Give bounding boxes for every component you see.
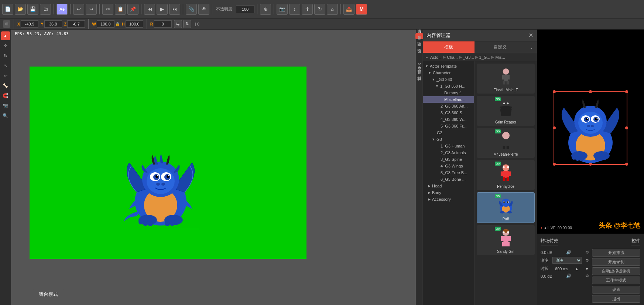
- copy-btn[interactable]: 📋: [115, 4, 126, 15]
- fade-select[interactable]: 渐变: [552, 257, 582, 264]
- tree-item-5g3-freeb[interactable]: 5_G3 Free B...: [423, 169, 474, 176]
- transform-btn[interactable]: ⊕: [260, 4, 271, 15]
- next-frame-btn[interactable]: ⏭: [169, 4, 180, 15]
- tree-item-3g3-spine[interactable]: 3_G3 Spine: [423, 156, 474, 163]
- grid-icon[interactable]: ⊞: [3, 20, 10, 28]
- settings1-icon[interactable]: ⚙: [585, 250, 589, 255]
- tree-item-4g3-360w[interactable]: 4_G3 360 W...: [423, 116, 474, 123]
- cm-expand-btn[interactable]: ⌄: [526, 41, 537, 53]
- char-card-grim-reaper[interactable]: G5 Grim Reaper: [477, 96, 535, 126]
- select-tool-icon[interactable]: ▲: [1, 31, 10, 40]
- tree-item-2g3-360an[interactable]: 2_G3 360 An...: [423, 103, 474, 109]
- tab-sfx[interactable]: SFX: [416, 60, 423, 74]
- rotate-btn[interactable]: ↻: [314, 4, 325, 15]
- auto-cam-btn[interactable]: 自动虚拟摄像机: [592, 267, 640, 275]
- pin-btn[interactable]: 📎: [186, 4, 197, 15]
- tab-props[interactable]: 道具: [415, 74, 423, 80]
- tree-item-2g3-animals[interactable]: 2_G3 Animals: [423, 149, 474, 156]
- opacity-input[interactable]: [236, 5, 254, 13]
- w-input[interactable]: [97, 20, 114, 28]
- stage-canvas[interactable]: [30, 67, 306, 259]
- nav-back[interactable]: ←: [425, 55, 429, 60]
- start-record-btn[interactable]: 开始录制: [592, 258, 640, 266]
- tab-custom[interactable]: 自定义: [475, 41, 526, 53]
- breadcrumb-g3[interactable]: _G3...: [463, 55, 474, 60]
- magnet-icon[interactable]: 🧲: [1, 91, 10, 100]
- h-input[interactable]: [126, 20, 143, 28]
- export-btn[interactable]: 📤: [343, 4, 354, 15]
- redo-btn[interactable]: ↪: [86, 4, 97, 15]
- tab-project[interactable]: 项目: [415, 33, 423, 39]
- paste-btn[interactable]: 📌: [127, 4, 138, 15]
- tree-item-5g3-360fr[interactable]: 5_G3 360 Fr...: [423, 123, 474, 129]
- tree-item-g3-360[interactable]: ▼_G3 360: [423, 76, 474, 83]
- ae-button[interactable]: Ae: [56, 4, 68, 15]
- char-card-elasti-male-f[interactable]: Elasti...Male_F: [477, 64, 535, 94]
- play-btn[interactable]: ▶: [157, 4, 168, 15]
- settings-btn[interactable]: 设置: [592, 286, 640, 294]
- char-card-sandy-girl[interactable]: G5 Sandy Girl: [477, 225, 535, 255]
- exit-btn[interactable]: 退出: [592, 295, 640, 303]
- tree-item-dummy-f[interactable]: Dummy f...: [423, 89, 474, 96]
- breadcrumb-1g[interactable]: 1_G...: [479, 55, 490, 60]
- save-btn[interactable]: 💾: [27, 4, 38, 15]
- tree-item-1g3-360h[interactable]: ▼1_G3 360 H...: [423, 83, 474, 89]
- canvas-area[interactable]: FPS: 55.23, AVG: 43.83: [11, 30, 416, 305]
- camera-view-icon[interactable]: 📷: [1, 101, 10, 110]
- studio-mode-btn[interactable]: 工作室模式: [592, 277, 640, 284]
- tree-item-3g3-360s[interactable]: 3_G3 360 S...: [423, 109, 474, 116]
- start-push-btn[interactable]: 开始推流: [592, 249, 640, 257]
- tab-sniff[interactable]: 吸嗅: [415, 40, 423, 46]
- tab-scene[interactable]: 场景: [415, 53, 423, 59]
- undo-btn[interactable]: ↩: [73, 4, 84, 15]
- tree-item-actor-template[interactable]: ▼Actor Template: [423, 63, 474, 70]
- flip-h-btn[interactable]: ⇆: [174, 20, 182, 28]
- tab-template[interactable]: 模板: [423, 41, 475, 53]
- dragon-character[interactable]: [118, 144, 203, 233]
- bone-tool-icon[interactable]: 🦴: [1, 81, 10, 90]
- x-input[interactable]: [21, 20, 38, 28]
- rotate-tool-icon[interactable]: ↻: [1, 51, 10, 60]
- m-btn[interactable]: M: [356, 4, 367, 15]
- duration-up-icon[interactable]: ▲: [575, 267, 579, 271]
- tree-item-4g3-wings[interactable]: 4_G3 Wings: [423, 163, 474, 169]
- tree-item-6g3-bone[interactable]: 6_G3 Bone ...: [423, 176, 474, 183]
- zoom-icon[interactable]: 🔍: [1, 111, 10, 120]
- char-card-mr-jean-pierre[interactable]: G5 Mr Jean-Pierre: [477, 128, 535, 158]
- tree-item-character[interactable]: ▼Character: [423, 70, 474, 76]
- char-card-puff[interactable]: G5 Puff: [477, 192, 535, 223]
- tab-motion[interactable]: 动态: [415, 47, 423, 52]
- open-btn[interactable]: 📂: [15, 4, 26, 15]
- tab-spring[interactable]: 弹性动作: [415, 81, 423, 87]
- r-input[interactable]: [154, 20, 172, 28]
- duration-down-icon[interactable]: ▼: [585, 267, 589, 271]
- pan-btn[interactable]: ✛: [302, 4, 313, 15]
- tree-item-body[interactable]: ▶Body: [423, 189, 474, 196]
- settings2-icon[interactable]: ⚙: [585, 274, 589, 278]
- eye-btn[interactable]: 👁: [198, 4, 209, 15]
- tree-item-accessory[interactable]: ▶Accessory: [423, 196, 474, 203]
- tree-item-1g3-human[interactable]: 1_G3 Human: [423, 143, 474, 149]
- breadcrumb-cha[interactable]: Cha...: [447, 55, 458, 60]
- flip-v-btn[interactable]: ⇅: [183, 20, 191, 28]
- tree-item-g2[interactable]: G2: [423, 129, 474, 136]
- tree-item-g3[interactable]: ▼G3: [423, 136, 474, 143]
- tree-item-miscellan[interactable]: Miscellan...: [423, 96, 474, 103]
- pen-tool-icon[interactable]: ✏: [1, 71, 10, 80]
- char-card-pennydice[interactable]: G5 Pennydice: [477, 160, 535, 190]
- scale-tool-icon[interactable]: ⤡: [1, 61, 10, 70]
- new-btn[interactable]: 📄: [2, 4, 13, 15]
- gear-icon[interactable]: ⚙: [585, 258, 589, 263]
- cm-close-button[interactable]: ✕: [528, 32, 533, 39]
- move-tool-icon[interactable]: ✛: [1, 41, 10, 50]
- prev-frame-btn[interactable]: ⏮: [144, 4, 155, 15]
- home-btn[interactable]: ⌂: [327, 4, 338, 15]
- camera-btn[interactable]: 📷: [277, 4, 288, 15]
- tree-item-head[interactable]: ▶Head: [423, 183, 474, 189]
- z-input[interactable]: [67, 20, 85, 28]
- breadcrumb-acto[interactable]: Acto...: [430, 55, 442, 60]
- save-as-btn[interactable]: 🗂: [40, 4, 51, 15]
- breadcrumb-mis[interactable]: Mis...: [495, 55, 505, 60]
- cut-btn[interactable]: ✂: [102, 4, 113, 15]
- move-btn[interactable]: ↕: [289, 4, 300, 15]
